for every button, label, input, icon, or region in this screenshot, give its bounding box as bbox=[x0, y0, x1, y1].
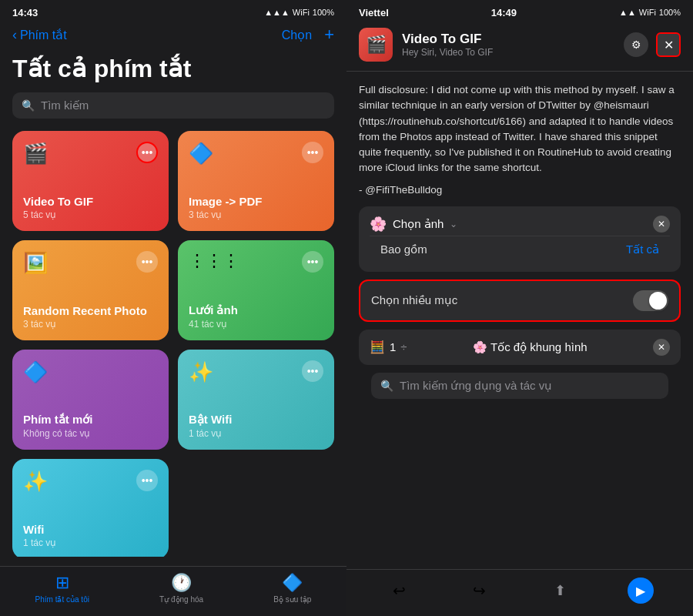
shortcut-card-wifi[interactable]: ✨ ••• Wifi 1 tác vụ bbox=[12, 459, 169, 557]
card-icon-grid: ⋮⋮⋮ bbox=[189, 251, 239, 271]
search-icon: 🔍 bbox=[22, 99, 35, 112]
shortcut-card-random-photo[interactable]: 🖼️ ••• Random Recent Photo 3 tác vụ bbox=[12, 240, 169, 340]
remove-choose-photo-button[interactable]: ✕ bbox=[653, 216, 670, 233]
gallery-tab-icon: 🔷 bbox=[282, 573, 303, 593]
back-chevron-icon: ‹ bbox=[12, 27, 17, 43]
multi-select-block: Chọn nhiều mục bbox=[359, 280, 681, 322]
play-button[interactable]: ▶ bbox=[628, 578, 654, 604]
tab-gallery[interactable]: 🔷 Bộ sưu tập bbox=[273, 573, 311, 604]
calculator-icon: 🧮 bbox=[370, 340, 385, 354]
choose-button[interactable]: Chọn bbox=[282, 28, 312, 42]
more-button-image-pdf[interactable]: ••• bbox=[302, 142, 323, 163]
signal-icon: ▲▲▲ bbox=[264, 8, 290, 17]
more-button-grid[interactable]: ••• bbox=[302, 251, 323, 273]
choose-photo-label: Chọn ảnh bbox=[393, 217, 444, 231]
filter-button[interactable]: ⚙ bbox=[624, 32, 648, 57]
redo-button[interactable]: ↪ bbox=[467, 578, 493, 604]
card-tasks-video-gif: 5 tác vụ bbox=[23, 209, 158, 220]
remove-frame-rate-button[interactable]: ✕ bbox=[653, 339, 670, 356]
more-button-random-photo[interactable]: ••• bbox=[136, 251, 158, 273]
card-name-wifi: Wifi bbox=[23, 523, 158, 536]
card-icon-image-pdf: 🔷 bbox=[189, 142, 213, 166]
more-button-video-gif[interactable]: ••• bbox=[136, 142, 158, 163]
automation-tab-label: Tự động hóa bbox=[159, 595, 203, 604]
close-button[interactable]: ✕ bbox=[656, 32, 681, 57]
wifi-right-icon: WiFi bbox=[639, 8, 656, 17]
photos-icon: 🌸 bbox=[370, 216, 387, 233]
add-button[interactable]: + bbox=[324, 25, 334, 45]
nav-bar-left: ‹ Phím tắt Chọn + bbox=[0, 22, 346, 51]
filter-icon: ⚙ bbox=[631, 38, 641, 51]
include-value[interactable]: Tất cả bbox=[626, 243, 659, 256]
search-actions-bar[interactable]: 🔍 Tìm kiếm ứng dụng và tác vụ bbox=[371, 373, 668, 399]
share-icon: ⬆ bbox=[554, 582, 566, 599]
card-icon-random-photo: 🖼️ bbox=[23, 251, 48, 275]
page-title: Tất cả phím tắt bbox=[0, 51, 346, 92]
status-bar-right: Viettel 14:49 ▲▲ WiFi 100% bbox=[346, 0, 693, 22]
description-text: Full disclosure: I did not come up with … bbox=[359, 82, 681, 176]
status-icons-left: ▲▲▲ WiFi 100% bbox=[264, 8, 334, 17]
app-header: 🎬 Video To GIF Hey Siri, Video To GIF ⚙ … bbox=[346, 22, 693, 72]
nav-actions: Chọn + bbox=[282, 25, 334, 45]
card-tasks-random-photo: 3 tác vụ bbox=[23, 319, 158, 330]
shortcut-card-bat-wifi[interactable]: ✨ ••• Bật Wifi 1 tác vụ bbox=[178, 350, 334, 450]
divider-symbol: ÷ bbox=[400, 340, 407, 353]
shortcut-card-image-pdf[interactable]: 🔷 ••• Image -> PDF 3 tác vụ bbox=[178, 131, 334, 231]
back-button[interactable]: ‹ Phím tắt bbox=[12, 27, 67, 43]
undo-icon: ↩ bbox=[393, 581, 406, 600]
app-subtitle: Hey Siri, Video To GIF bbox=[402, 47, 614, 58]
description-author: - @FifiTheBulldog bbox=[359, 184, 681, 196]
card-tasks-bat-wifi: 1 tác vụ bbox=[189, 428, 323, 439]
more-button-bat-wifi[interactable]: ••• bbox=[302, 360, 323, 382]
shortcut-card-new[interactable]: 🔷 Phím tắt mới Không có tác vụ bbox=[12, 350, 169, 450]
card-tasks-image-pdf: 3 tác vụ bbox=[189, 209, 323, 220]
card-tasks-wifi: 1 tác vụ bbox=[23, 537, 158, 548]
status-bar-left: 14:43 ▲▲▲ WiFi 100% bbox=[0, 0, 346, 22]
header-actions: ⚙ ✕ bbox=[624, 32, 681, 57]
toggle-knob bbox=[649, 292, 667, 310]
multi-select-label: Chọn nhiều mục bbox=[371, 293, 457, 307]
gallery-tab-label: Bộ sưu tập bbox=[273, 595, 311, 604]
card-name-new: Phím tắt mới bbox=[23, 413, 158, 427]
right-panel: Viettel 14:49 ▲▲ WiFi 100% 🎬 Video To GI… bbox=[346, 0, 693, 616]
card-icon-new: 🔷 bbox=[23, 360, 48, 384]
more-button-wifi[interactable]: ••• bbox=[136, 470, 158, 491]
shortcut-card-grid[interactable]: ⋮⋮⋮ ••• Lưới ảnh 41 tác vụ bbox=[178, 240, 334, 340]
card-name-grid: Lưới ảnh bbox=[189, 303, 323, 317]
app-title-area: Video To GIF Hey Siri, Video To GIF bbox=[402, 32, 614, 58]
bottom-toolbar: ↩ ↪ ⬆ ▶ bbox=[346, 569, 693, 616]
share-button[interactable]: ⬆ bbox=[547, 578, 573, 604]
automation-tab-icon: 🕐 bbox=[171, 573, 192, 593]
card-tasks-grid: 41 tác vụ bbox=[189, 319, 323, 330]
app-title: Video To GIF bbox=[402, 32, 614, 47]
close-icon: ✕ bbox=[664, 38, 674, 52]
card-icon-video-gif: 🎬 bbox=[23, 142, 48, 166]
multi-select-toggle[interactable] bbox=[633, 290, 668, 311]
shortcuts-grid: 🎬 ••• Video To GIF 5 tác vụ 🔷 ••• Image … bbox=[0, 131, 346, 557]
photos-mini-icon: 🌸 bbox=[473, 340, 487, 354]
undo-button[interactable]: ↩ bbox=[386, 578, 412, 604]
chevron-down-icon: ⌄ bbox=[450, 219, 457, 229]
choose-photo-block: 🌸 Chọn ảnh ⌄ ✕ Bao gồm Tất cả bbox=[359, 206, 681, 272]
card-tasks-new: Không có tác vụ bbox=[23, 428, 158, 439]
search-actions-icon: 🔍 bbox=[380, 380, 393, 392]
carrier-right: Viettel bbox=[359, 7, 389, 18]
frame-rate-number: 1 bbox=[390, 340, 396, 353]
shortcuts-tab-label: Phím tắt của tôi bbox=[35, 595, 89, 604]
status-icons-right: ▲▲ WiFi 100% bbox=[619, 8, 681, 17]
card-name-bat-wifi: Bật Wifi bbox=[189, 413, 323, 427]
search-bar[interactable]: 🔍 Tìm kiếm bbox=[12, 92, 334, 119]
play-icon: ▶ bbox=[636, 584, 645, 598]
actions-area: 🌸 Chọn ảnh ⌄ ✕ Bao gồm Tất cả Chọn nhiều… bbox=[346, 206, 693, 570]
card-name-random-photo: Random Recent Photo bbox=[23, 304, 158, 317]
frame-rate-label: 🌸 Tốc độ khung hình bbox=[473, 340, 588, 354]
include-label: Bao gồm bbox=[380, 243, 427, 256]
shortcut-card-video-gif[interactable]: 🎬 ••• Video To GIF 5 tác vụ bbox=[12, 131, 169, 231]
tab-automation[interactable]: 🕐 Tự động hóa bbox=[159, 573, 203, 604]
card-icon-bat-wifi: ✨ bbox=[189, 360, 213, 384]
description-area: Full disclosure: I did not come up with … bbox=[346, 72, 693, 206]
shortcuts-tab-icon: ⊞ bbox=[55, 573, 69, 593]
tab-shortcuts[interactable]: ⊞ Phím tắt của tôi bbox=[35, 573, 89, 604]
card-icon-wifi: ✨ bbox=[23, 470, 48, 494]
time-right: 14:49 bbox=[491, 7, 517, 18]
